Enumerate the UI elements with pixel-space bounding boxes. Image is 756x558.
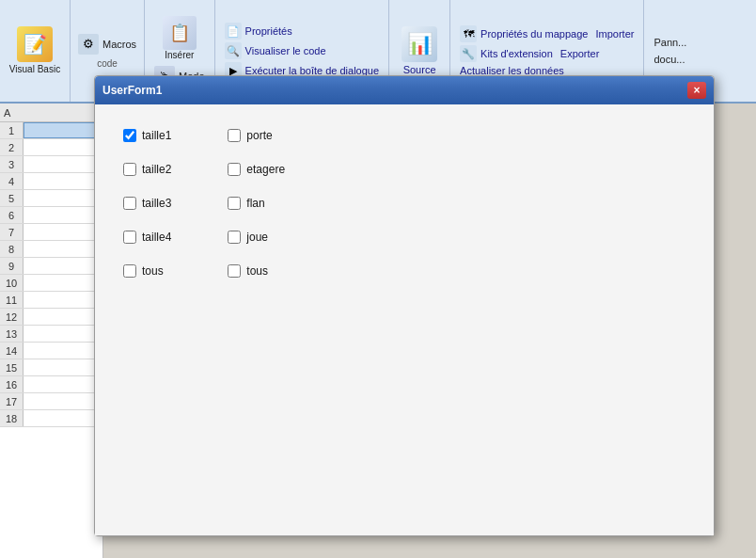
row-number: 8	[0, 241, 24, 257]
tous-right-checkbox[interactable]	[228, 264, 241, 278]
kits-extension-label: Kits d'extension	[480, 48, 553, 59]
table-row[interactable]: 16	[0, 376, 102, 393]
cell-a1[interactable]	[24, 122, 102, 138]
joue-label[interactable]: joue	[246, 231, 268, 244]
cell[interactable]	[24, 309, 102, 325]
pann-label: Pann...	[654, 37, 686, 48]
dialog-body: taille1 taille2 taille3 taille4 tous	[95, 104, 714, 535]
macros-item[interactable]: ⚙ Macros	[78, 34, 136, 55]
table-row[interactable]: 8	[0, 241, 102, 258]
spreadsheet: A 1 2 3 4 5 6 7 8 9 10 11 12 13 14 15 16…	[0, 104, 103, 558]
dialog-title: UserForm1	[102, 84, 162, 97]
table-row[interactable]: 3	[0, 156, 102, 173]
table-row[interactable]: 1	[0, 122, 102, 139]
kits-extension-item[interactable]: 🔧 Kits d'extension	[460, 45, 553, 62]
joue-checkbox[interactable]	[228, 231, 241, 244]
tous-left-checkbox[interactable]	[123, 264, 136, 278]
taille4-checkbox[interactable]	[123, 231, 136, 244]
visual-basic-icon[interactable]: 📝	[17, 26, 53, 62]
cell[interactable]	[24, 343, 102, 359]
taille4-label[interactable]: taille4	[142, 231, 171, 244]
mapping-mid-row: 🔧 Kits d'extension Exporter	[460, 45, 634, 62]
tous-right-label[interactable]: tous	[246, 264, 268, 278]
code-group-label: code	[78, 58, 136, 69]
cell[interactable]	[24, 410, 102, 426]
cell[interactable]	[24, 292, 102, 308]
table-row[interactable]: 5	[0, 190, 102, 207]
table-row[interactable]: 14	[0, 343, 102, 359]
insert-item[interactable]: 📋 Insérer	[154, 16, 205, 60]
table-row[interactable]: 12	[0, 309, 102, 326]
taille3-checkbox[interactable]	[123, 197, 136, 210]
kits-extension-icon: 🔧	[460, 45, 477, 62]
table-row[interactable]: 6	[0, 207, 102, 224]
table-row[interactable]: 18	[0, 410, 102, 427]
taille2-label[interactable]: taille2	[142, 163, 171, 176]
flan-checkbox[interactable]	[228, 197, 241, 210]
cell[interactable]	[24, 376, 102, 392]
row-number: 1	[0, 122, 24, 138]
etagere-checkbox[interactable]	[228, 163, 241, 176]
cell[interactable]	[24, 156, 102, 172]
taille1-checkbox[interactable]	[123, 129, 136, 142]
flan-label[interactable]: flan	[246, 197, 264, 210]
importer-label: Importer	[595, 28, 634, 40]
docu-item[interactable]: docu...	[654, 53, 686, 66]
row-number: 7	[0, 224, 24, 240]
table-row[interactable]: 11	[0, 292, 102, 309]
dialog-close-button[interactable]: ×	[687, 82, 706, 99]
taille2-checkbox[interactable]	[123, 163, 136, 176]
row-number: 13	[0, 326, 24, 342]
macros-label: Macros	[102, 39, 136, 50]
cell[interactable]	[24, 326, 102, 342]
importer-item[interactable]: Importer	[595, 28, 634, 40]
proprietes-label: Propriétés	[245, 25, 292, 37]
proprietes-item[interactable]: 📄 Propriétés	[225, 23, 380, 40]
visualiser-item[interactable]: 🔍 Visualiser le code	[225, 42, 380, 59]
table-row[interactable]: 17	[0, 393, 102, 410]
docu-label: docu...	[654, 54, 685, 65]
table-row[interactable]: 4	[0, 173, 102, 190]
checkbox-flan-item: flan	[228, 191, 285, 215]
cell[interactable]	[24, 359, 102, 375]
pann-item[interactable]: Pann...	[654, 36, 686, 49]
proprietes-mappage-label: Propriétés du mappage	[480, 28, 588, 40]
table-row[interactable]: 13	[0, 326, 102, 343]
cell[interactable]	[24, 207, 102, 223]
tous-left-label[interactable]: tous	[142, 264, 164, 278]
cell[interactable]	[24, 224, 102, 240]
cell[interactable]	[24, 258, 102, 274]
etagere-label[interactable]: etagere	[246, 163, 285, 176]
checkbox-porte-item: porte	[228, 123, 285, 148]
cell[interactable]	[24, 393, 102, 409]
source-label: Source	[403, 64, 436, 75]
row-number: 3	[0, 156, 24, 172]
checkbox-tous-right-item: tous	[228, 259, 285, 283]
row-number: 11	[0, 292, 24, 308]
checkboxes-right-column: porte etagere flan joue tous	[228, 123, 285, 517]
cell[interactable]	[24, 139, 102, 155]
taille3-label[interactable]: taille3	[142, 197, 171, 210]
table-row[interactable]: 2	[0, 139, 102, 156]
source-icon[interactable]: 📊	[402, 26, 437, 62]
row-number: 5	[0, 190, 24, 206]
row-number: 9	[0, 258, 24, 274]
proprietes-mappage-item[interactable]: 🗺 Propriétés du mappage	[460, 25, 588, 42]
table-row[interactable]: 10	[0, 275, 102, 292]
cell[interactable]	[24, 190, 102, 206]
table-row[interactable]: 7	[0, 224, 102, 241]
taille1-label[interactable]: taille1	[142, 129, 171, 142]
checkbox-etagere-item: etagere	[228, 157, 285, 182]
cell[interactable]	[24, 173, 102, 189]
table-row[interactable]: 15	[0, 359, 102, 376]
table-row[interactable]: 9	[0, 258, 102, 275]
porte-label[interactable]: porte	[246, 129, 272, 142]
exporter-item[interactable]: Exporter	[560, 48, 600, 59]
cell[interactable]	[24, 241, 102, 257]
column-a-label: A	[4, 107, 10, 119]
checkbox-taille3-item: taille3	[123, 191, 171, 215]
proprietes-mappage-icon: 🗺	[460, 25, 477, 42]
cell[interactable]	[24, 275, 102, 291]
porte-checkbox[interactable]	[228, 129, 241, 142]
row-number: 2	[0, 139, 24, 155]
